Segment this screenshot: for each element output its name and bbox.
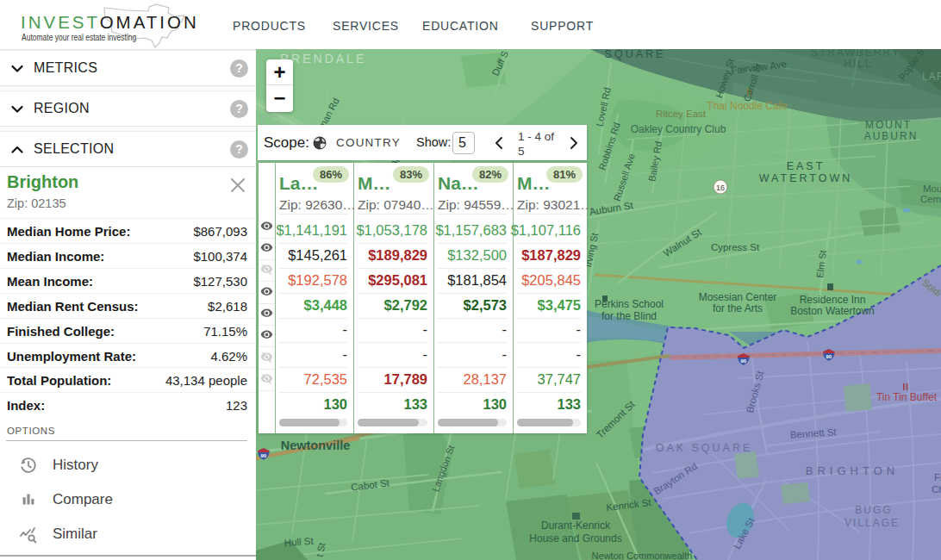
svg-text:Ritcey East: Ritcey East — [656, 109, 707, 119]
svg-text:90: 90 — [826, 354, 832, 359]
svg-text:Durant-Kenrick: Durant-Kenrick — [541, 520, 611, 532]
svg-text:90: 90 — [740, 358, 746, 364]
svg-text:Perkins School: Perkins School — [595, 298, 664, 310]
svg-text:Children: Children — [932, 484, 941, 495]
svg-text:Oakley Country Club: Oakley Country Club — [631, 123, 726, 135]
svg-text:MOUNT: MOUNT — [865, 119, 912, 131]
svg-text:House and Grounds: House and Grounds — [529, 532, 621, 544]
svg-text:Boston Watertown: Boston Watertown — [790, 305, 875, 317]
svg-text:Mount A: Mount A — [923, 184, 941, 194]
svg-text:EAST: EAST — [787, 160, 826, 172]
svg-text:Cypress St: Cypress St — [711, 242, 760, 252]
svg-text:Newtonville: Newtonville — [281, 439, 351, 452]
svg-text:SQUARE: SQUARE — [605, 49, 666, 60]
svg-text:AUBURN: AUBURN — [864, 130, 919, 142]
svg-text:Tin Tin Buffet: Tin Tin Buffet — [876, 391, 938, 403]
svg-text:Newton Commonwealth: Newton Commonwealth — [592, 551, 693, 560]
svg-text:Fran: Fran — [934, 472, 941, 482]
svg-text:HILL: HILL — [844, 58, 872, 70]
svg-text:VILLAGE: VILLAGE — [844, 517, 900, 529]
svg-text:for the Arts: for the Arts — [713, 302, 763, 314]
svg-text:BRIGHTON: BRIGHTON — [806, 464, 899, 477]
svg-text:BUGG: BUGG — [855, 504, 892, 516]
svg-text:Hull St: Hull St — [284, 536, 314, 548]
svg-text:90: 90 — [260, 453, 266, 458]
svg-text:RRENDALE: RRENDALE — [280, 52, 366, 65]
svg-text:Mosesian Center: Mosesian Center — [699, 291, 777, 303]
svg-text:LARCH: LARCH — [922, 71, 941, 83]
svg-text:OAK SQUARE: OAK SQUARE — [656, 442, 753, 454]
svg-text:16: 16 — [716, 184, 725, 192]
svg-text:Residence Inn: Residence Inn — [800, 294, 866, 306]
svg-text:for the Blind: for the Blind — [601, 310, 657, 322]
svg-text:WATERTOWN: WATERTOWN — [759, 172, 852, 184]
svg-text:Cemet: Cemet — [920, 194, 941, 204]
